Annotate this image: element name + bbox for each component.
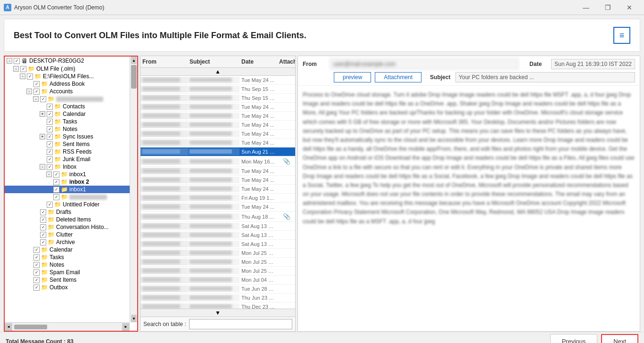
minimize-button[interactable]: — — [575, 0, 597, 15]
msg-row[interactable]: Tue May 24 ... — [140, 176, 295, 185]
expand-inbox[interactable]: - — [40, 164, 45, 170]
tree-item-root[interactable]: - 🖥 DESKTOP-R3E0GG2 — [5, 57, 130, 65]
vscroll-up[interactable]: ▲ — [131, 57, 137, 64]
check-notes2[interactable] — [33, 262, 40, 268]
msg-row[interactable]: Mon Jul 25 1... — [140, 267, 295, 276]
tree-item-clutter[interactable]: 📁 Clutter — [5, 231, 130, 238]
msg-row[interactable]: Sat Aug 13 1... — [140, 240, 295, 249]
tree-item-deleted[interactable]: 📁 Deleted Items — [5, 216, 130, 223]
check-spam[interactable] — [33, 270, 40, 276]
next-button[interactable]: Next — [601, 334, 638, 343]
preview-button[interactable]: preview — [334, 72, 371, 82]
check-inbox[interactable] — [47, 164, 53, 170]
check-efiles[interactable] — [27, 74, 33, 80]
check-rss[interactable] — [47, 149, 53, 155]
restore-button[interactable]: ❐ — [597, 0, 619, 15]
msg-row[interactable]: Thu Jun 23 1... — [140, 294, 295, 302]
check-sent2[interactable] — [33, 277, 40, 283]
expand-calendar[interactable]: + — [40, 111, 45, 117]
msg-row[interactable]: Mon Jul 25 1... — [140, 258, 295, 267]
attachment-button[interactable]: Attachment — [375, 72, 421, 82]
msg-row[interactable]: Mon May 16 ...📎 — [140, 156, 295, 167]
check-outbox[interactable] — [33, 285, 40, 291]
check-notes[interactable] — [47, 126, 53, 132]
tree-item-drafts[interactable]: 📁 Drafts — [5, 208, 130, 216]
msg-row[interactable]: Sat Aug 13 1... — [140, 222, 295, 231]
tree-item-notes2[interactable]: 📁 Notes — [5, 261, 130, 269]
tree-item-olm[interactable]: - 📁 OLM File (.olm) — [5, 65, 130, 73]
search-input[interactable] — [189, 319, 292, 329]
expand-olm[interactable]: - — [13, 66, 19, 72]
tree-item-contacts[interactable]: 📁 Contacts — [5, 103, 130, 110]
check-olm[interactable] — [20, 66, 26, 72]
check-accounts[interactable] — [33, 89, 40, 95]
tree-item-calendar[interactable]: + 📁 Calendar — [5, 110, 130, 118]
expand-inbox1[interactable]: - — [46, 172, 52, 177]
check-tasks2[interactable] — [33, 254, 40, 261]
expand-accounts[interactable]: - — [26, 89, 32, 94]
msg-row[interactable]: Tue May 24 ... — [140, 167, 295, 176]
tree-item-untitled[interactable]: 📁 Untitled Folder — [5, 201, 130, 208]
tree-item-rss[interactable]: 📁 RSS Feeds — [5, 148, 130, 155]
check-inbox2[interactable] — [53, 179, 59, 185]
msg-row[interactable]: Mon Jul 25 1... — [140, 249, 295, 258]
expand-account1[interactable]: - — [33, 96, 39, 102]
tree-item-archive[interactable]: 📁 Archive — [5, 238, 130, 246]
tree-item-tasks2[interactable]: 📁 Tasks — [5, 253, 130, 261]
tree-item-inbox1-parent[interactable]: - 📁 inbox1 — [5, 171, 130, 178]
vscroll-thumb[interactable] — [131, 65, 137, 89]
tree-item-junk[interactable]: 📁 Junk Email — [5, 155, 130, 163]
msg-row[interactable]: Tue May 24 ... — [140, 76, 295, 85]
msg-scroll-down[interactable]: ▼ — [140, 309, 295, 317]
check-calendar[interactable] — [47, 111, 53, 117]
check-inbox1-sel[interactable] — [53, 187, 59, 193]
check-inbox1-parent[interactable] — [53, 172, 59, 178]
msg-row[interactable]: Tue May 24 ... — [140, 185, 295, 194]
check-clutter[interactable] — [40, 232, 46, 238]
check-untitled[interactable] — [47, 202, 53, 208]
msg-row[interactable]: Sat Aug 13 1... — [140, 231, 295, 240]
tree-item-tasks[interactable]: 📁 Tasks — [5, 118, 130, 125]
check-addrbook[interactable] — [33, 81, 40, 87]
tree-item-account1[interactable]: - 📁 — [5, 95, 130, 103]
tree-item-noname[interactable]: 📁 — [5, 193, 130, 201]
menu-button[interactable]: ≡ — [613, 27, 630, 44]
check-noname[interactable] — [53, 194, 59, 200]
check-contacts[interactable] — [47, 104, 53, 110]
check-deleted[interactable] — [40, 217, 46, 223]
expand-root[interactable]: - — [7, 58, 12, 64]
msg-row[interactable]: Tue May 24 ... — [140, 103, 295, 112]
msg-row[interactable]: Sun Aug 21 2... — [140, 147, 295, 156]
tree-item-conhist[interactable]: 📁 Conversation Histo... — [5, 223, 130, 231]
tree-item-addrbook[interactable]: 📁 Address Book — [5, 80, 130, 88]
tree-item-cal2[interactable]: 📁 Calendar — [5, 246, 130, 253]
tree-item-inbox2[interactable]: 📁 inbox 2 — [5, 178, 130, 186]
msg-row[interactable]: Tue May 24 ... — [140, 112, 295, 121]
msg-row[interactable]: Tue May 24 ... — [140, 121, 295, 130]
msg-row[interactable]: Mon Jul 04 1... — [140, 276, 295, 285]
tree-item-outbox[interactable]: 📁 Outbox — [5, 284, 130, 291]
tree-item-sent[interactable]: 📁 Sent Items — [5, 140, 130, 148]
check-root[interactable] — [14, 58, 20, 64]
check-conhist[interactable] — [40, 224, 46, 230]
check-account1[interactable] — [40, 96, 46, 102]
tree-item-sent2[interactable]: 📁 Sent Items — [5, 276, 130, 284]
msg-row[interactable]: Thu Sep 15 1... — [140, 94, 295, 103]
check-cal2[interactable] — [33, 247, 40, 253]
msg-row[interactable]: Tue May 24 ... — [140, 203, 295, 212]
tree-item-spam[interactable]: 📁 Spam Email — [5, 269, 130, 276]
msg-row[interactable]: Tue May 24 ... — [140, 139, 295, 147]
tree-item-sync[interactable]: + 📁 Sync Issues — [5, 133, 130, 140]
msg-row[interactable]: Tue Jun 28 1... — [140, 285, 295, 294]
vscroll-down[interactable]: ▼ — [131, 315, 137, 322]
check-sent[interactable] — [47, 141, 53, 147]
tree-vscrollbar[interactable]: ▲ ▼ — [130, 57, 137, 322]
msg-row[interactable]: Tue May 24 ... — [140, 130, 295, 139]
tree-item-inbox1-sel[interactable]: 📁 inbox1 — [5, 186, 130, 193]
check-drafts[interactable] — [40, 209, 46, 215]
msg-row[interactable]: Thu Sep 15 1... — [140, 85, 295, 94]
check-sync[interactable] — [47, 134, 53, 140]
tree-item-notes[interactable]: 📁 Notes — [5, 125, 130, 133]
previous-button[interactable]: Previous — [550, 334, 598, 343]
hscroll-thumb[interactable] — [14, 325, 47, 329]
